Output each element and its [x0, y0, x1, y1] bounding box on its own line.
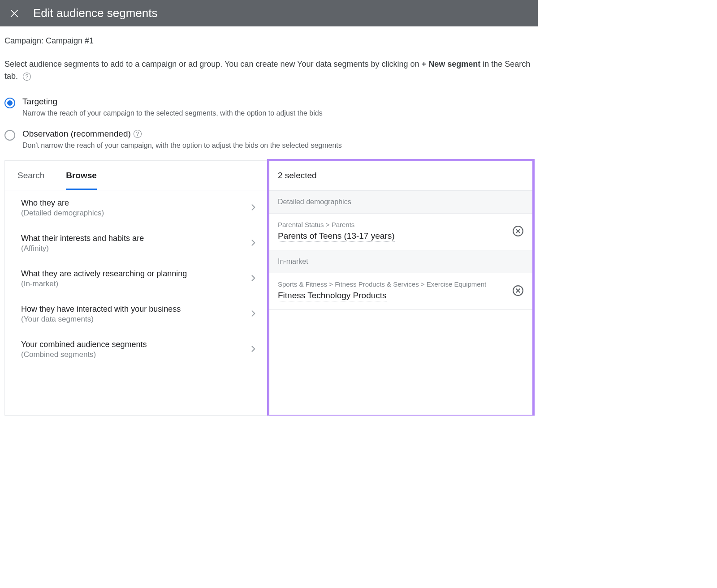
- browse-item-combined[interactable]: Your combined audience segments (Combine…: [5, 332, 268, 367]
- help-icon[interactable]: ?: [23, 73, 31, 81]
- campaign-label: Campaign: Campaign #1: [4, 36, 533, 46]
- segment-name[interactable]: Fitness Technology Products: [278, 291, 387, 301]
- selection-count: 2 selected: [269, 161, 533, 191]
- tab-search[interactable]: Search: [17, 161, 44, 190]
- chevron-right-icon: [249, 309, 258, 320]
- radio-subtitle: Don't narrow the reach of your campaign,…: [22, 142, 342, 150]
- close-icon[interactable]: [8, 7, 21, 20]
- tabs: Search Browse: [5, 161, 268, 190]
- radio-option-observation[interactable]: Observation (recommended) ? Don't narrow…: [4, 126, 533, 159]
- selection-group-header: In-market: [269, 250, 533, 273]
- segments-panels: Search Browse Who they are (Detailed dem…: [4, 160, 533, 416]
- remove-icon[interactable]: [512, 225, 524, 237]
- browse-panel: Search Browse Who they are (Detailed dem…: [5, 161, 269, 415]
- selected-segment-row: Sports & Fitness > Fitness Products & Se…: [269, 273, 533, 310]
- radio-icon[interactable]: [4, 98, 15, 108]
- chevron-right-icon: [249, 203, 258, 214]
- dialog-title: Edit audience segments: [33, 6, 158, 20]
- selection-panel: 2 selected Detailed demographics Parenta…: [269, 161, 533, 415]
- browse-item-affinity[interactable]: What their interests and habits are (Aff…: [5, 226, 268, 261]
- radio-title: Targeting: [22, 97, 57, 107]
- browse-list: Who they are (Detailed demographics) Wha…: [5, 190, 268, 415]
- radio-subtitle: Narrow the reach of your campaign to the…: [22, 109, 323, 117]
- description-text: Select audience segments to add to a cam…: [4, 58, 533, 82]
- segment-name[interactable]: Parents of Teens (13-17 years): [278, 231, 395, 242]
- targeting-mode-radio-group: Targeting Narrow the reach of your campa…: [4, 94, 533, 159]
- radio-title: Observation (recommended) ?: [22, 129, 142, 139]
- tab-browse[interactable]: Browse: [66, 161, 97, 190]
- chevron-right-icon: [249, 274, 258, 284]
- radio-option-targeting[interactable]: Targeting Narrow the reach of your campa…: [4, 94, 533, 126]
- help-icon[interactable]: ?: [134, 130, 142, 138]
- browse-item-your-data[interactable]: How they have interacted with your busin…: [5, 296, 268, 332]
- selection-panel-wrap: 2 selected Detailed demographics Parenta…: [269, 161, 533, 415]
- selected-segment-row: Parental Status > Parents Parents of Tee…: [269, 214, 533, 250]
- browse-item-demographics[interactable]: Who they are (Detailed demographics): [5, 190, 268, 226]
- radio-icon[interactable]: [4, 130, 15, 141]
- dialog-header: Edit audience segments: [0, 0, 538, 26]
- chevron-right-icon: [249, 344, 258, 355]
- chevron-right-icon: [249, 238, 258, 249]
- segment-path: Sports & Fitness > Fitness Products & Se…: [278, 279, 486, 289]
- browse-item-inmarket[interactable]: What they are actively researching or pl…: [5, 261, 268, 296]
- selection-group-header: Detailed demographics: [269, 191, 533, 214]
- segment-path: Parental Status > Parents: [278, 220, 395, 229]
- remove-icon[interactable]: [512, 285, 524, 296]
